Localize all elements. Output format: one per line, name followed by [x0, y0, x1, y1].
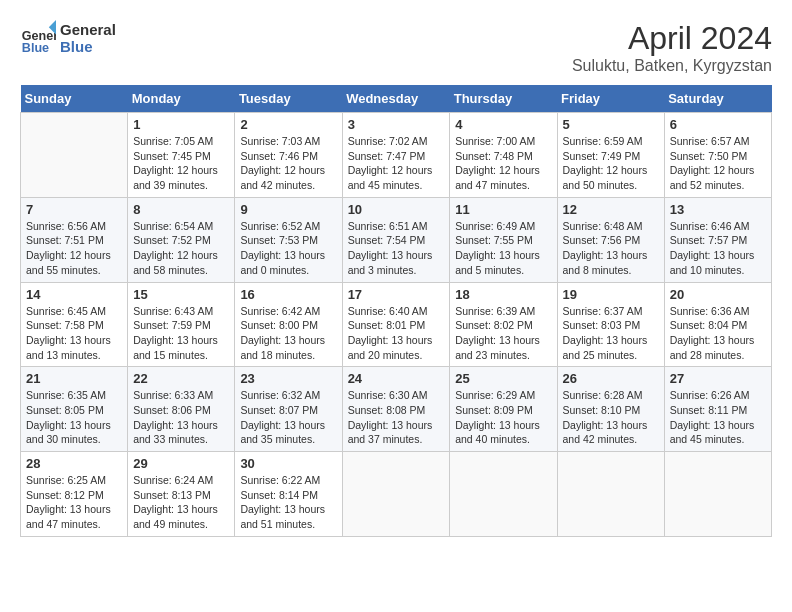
day-info: Sunrise: 6:57 AM Sunset: 7:50 PM Dayligh… [670, 134, 766, 193]
day-number: 13 [670, 202, 766, 217]
calendar-cell [21, 113, 128, 198]
daylight-text: Daylight: 13 hours and 25 minutes. [563, 334, 648, 361]
day-info: Sunrise: 6:36 AM Sunset: 8:04 PM Dayligh… [670, 304, 766, 363]
day-number: 1 [133, 117, 229, 132]
day-number: 26 [563, 371, 659, 386]
calendar-cell: 5 Sunrise: 6:59 AM Sunset: 7:49 PM Dayli… [557, 113, 664, 198]
calendar-cell: 17 Sunrise: 6:40 AM Sunset: 8:01 PM Dayl… [342, 282, 450, 367]
sunrise-text: Sunrise: 6:37 AM [563, 305, 643, 317]
day-info: Sunrise: 6:45 AM Sunset: 7:58 PM Dayligh… [26, 304, 122, 363]
sunset-text: Sunset: 7:54 PM [348, 234, 426, 246]
calendar-cell: 6 Sunrise: 6:57 AM Sunset: 7:50 PM Dayli… [664, 113, 771, 198]
calendar-cell [342, 452, 450, 537]
sunset-text: Sunset: 7:47 PM [348, 150, 426, 162]
sunrise-text: Sunrise: 7:00 AM [455, 135, 535, 147]
sunset-text: Sunset: 7:59 PM [133, 319, 211, 331]
sunset-text: Sunset: 8:00 PM [240, 319, 318, 331]
logo: General Blue General Blue [20, 20, 116, 56]
calendar-cell: 18 Sunrise: 6:39 AM Sunset: 8:02 PM Dayl… [450, 282, 557, 367]
sunset-text: Sunset: 8:13 PM [133, 489, 211, 501]
daylight-text: Daylight: 13 hours and 30 minutes. [26, 419, 111, 446]
day-info: Sunrise: 6:39 AM Sunset: 8:02 PM Dayligh… [455, 304, 551, 363]
day-info: Sunrise: 6:42 AM Sunset: 8:00 PM Dayligh… [240, 304, 336, 363]
week-row-5: 28 Sunrise: 6:25 AM Sunset: 8:12 PM Dayl… [21, 452, 772, 537]
calendar-cell [557, 452, 664, 537]
weekday-header-saturday: Saturday [664, 85, 771, 113]
calendar-cell: 29 Sunrise: 6:24 AM Sunset: 8:13 PM Dayl… [128, 452, 235, 537]
calendar-cell: 11 Sunrise: 6:49 AM Sunset: 7:55 PM Dayl… [450, 197, 557, 282]
weekday-header-thursday: Thursday [450, 85, 557, 113]
week-row-3: 14 Sunrise: 6:45 AM Sunset: 7:58 PM Dayl… [21, 282, 772, 367]
daylight-text: Daylight: 13 hours and 47 minutes. [26, 503, 111, 530]
daylight-text: Daylight: 13 hours and 18 minutes. [240, 334, 325, 361]
week-row-1: 1 Sunrise: 7:05 AM Sunset: 7:45 PM Dayli… [21, 113, 772, 198]
day-info: Sunrise: 6:40 AM Sunset: 8:01 PM Dayligh… [348, 304, 445, 363]
sunset-text: Sunset: 8:06 PM [133, 404, 211, 416]
sunrise-text: Sunrise: 6:35 AM [26, 389, 106, 401]
day-info: Sunrise: 6:24 AM Sunset: 8:13 PM Dayligh… [133, 473, 229, 532]
sunset-text: Sunset: 7:50 PM [670, 150, 748, 162]
daylight-text: Daylight: 13 hours and 5 minutes. [455, 249, 540, 276]
calendar-cell: 14 Sunrise: 6:45 AM Sunset: 7:58 PM Dayl… [21, 282, 128, 367]
daylight-text: Daylight: 13 hours and 0 minutes. [240, 249, 325, 276]
calendar-cell: 23 Sunrise: 6:32 AM Sunset: 8:07 PM Dayl… [235, 367, 342, 452]
daylight-text: Daylight: 13 hours and 10 minutes. [670, 249, 755, 276]
day-number: 21 [26, 371, 122, 386]
day-info: Sunrise: 6:48 AM Sunset: 7:56 PM Dayligh… [563, 219, 659, 278]
calendar-cell: 13 Sunrise: 6:46 AM Sunset: 7:57 PM Dayl… [664, 197, 771, 282]
sunset-text: Sunset: 7:48 PM [455, 150, 533, 162]
calendar-cell: 4 Sunrise: 7:00 AM Sunset: 7:48 PM Dayli… [450, 113, 557, 198]
sunset-text: Sunset: 8:04 PM [670, 319, 748, 331]
sunrise-text: Sunrise: 6:25 AM [26, 474, 106, 486]
sunset-text: Sunset: 7:55 PM [455, 234, 533, 246]
daylight-text: Daylight: 12 hours and 45 minutes. [348, 164, 433, 191]
sunrise-text: Sunrise: 6:29 AM [455, 389, 535, 401]
day-number: 17 [348, 287, 445, 302]
day-number: 16 [240, 287, 336, 302]
daylight-text: Daylight: 12 hours and 52 minutes. [670, 164, 755, 191]
day-info: Sunrise: 6:52 AM Sunset: 7:53 PM Dayligh… [240, 219, 336, 278]
day-number: 5 [563, 117, 659, 132]
calendar-cell: 2 Sunrise: 7:03 AM Sunset: 7:46 PM Dayli… [235, 113, 342, 198]
sunset-text: Sunset: 7:58 PM [26, 319, 104, 331]
day-number: 19 [563, 287, 659, 302]
sunset-text: Sunset: 8:08 PM [348, 404, 426, 416]
day-info: Sunrise: 6:56 AM Sunset: 7:51 PM Dayligh… [26, 219, 122, 278]
daylight-text: Daylight: 13 hours and 45 minutes. [670, 419, 755, 446]
day-info: Sunrise: 6:25 AM Sunset: 8:12 PM Dayligh… [26, 473, 122, 532]
title-block: April 2024 Suluktu, Batken, Kyrgyzstan [572, 20, 772, 75]
day-number: 8 [133, 202, 229, 217]
day-number: 23 [240, 371, 336, 386]
day-info: Sunrise: 6:59 AM Sunset: 7:49 PM Dayligh… [563, 134, 659, 193]
month-title: April 2024 [572, 20, 772, 57]
calendar-cell: 27 Sunrise: 6:26 AM Sunset: 8:11 PM Dayl… [664, 367, 771, 452]
day-info: Sunrise: 6:51 AM Sunset: 7:54 PM Dayligh… [348, 219, 445, 278]
day-number: 29 [133, 456, 229, 471]
daylight-text: Daylight: 12 hours and 39 minutes. [133, 164, 218, 191]
sunset-text: Sunset: 8:09 PM [455, 404, 533, 416]
sunrise-text: Sunrise: 6:40 AM [348, 305, 428, 317]
sunset-text: Sunset: 8:11 PM [670, 404, 748, 416]
sunset-text: Sunset: 7:51 PM [26, 234, 104, 246]
weekday-header-row: SundayMondayTuesdayWednesdayThursdayFrid… [21, 85, 772, 113]
day-info: Sunrise: 6:22 AM Sunset: 8:14 PM Dayligh… [240, 473, 336, 532]
day-number: 27 [670, 371, 766, 386]
sunrise-text: Sunrise: 6:48 AM [563, 220, 643, 232]
daylight-text: Daylight: 13 hours and 35 minutes. [240, 419, 325, 446]
weekday-header-tuesday: Tuesday [235, 85, 342, 113]
day-info: Sunrise: 6:29 AM Sunset: 8:09 PM Dayligh… [455, 388, 551, 447]
logo-icon: General Blue [20, 20, 56, 56]
day-info: Sunrise: 7:05 AM Sunset: 7:45 PM Dayligh… [133, 134, 229, 193]
daylight-text: Daylight: 13 hours and 51 minutes. [240, 503, 325, 530]
sunrise-text: Sunrise: 6:59 AM [563, 135, 643, 147]
sunrise-text: Sunrise: 6:56 AM [26, 220, 106, 232]
sunrise-text: Sunrise: 6:28 AM [563, 389, 643, 401]
day-info: Sunrise: 6:26 AM Sunset: 8:11 PM Dayligh… [670, 388, 766, 447]
calendar-cell: 1 Sunrise: 7:05 AM Sunset: 7:45 PM Dayli… [128, 113, 235, 198]
day-number: 7 [26, 202, 122, 217]
daylight-text: Daylight: 13 hours and 23 minutes. [455, 334, 540, 361]
weekday-header-monday: Monday [128, 85, 235, 113]
daylight-text: Daylight: 12 hours and 55 minutes. [26, 249, 111, 276]
day-number: 12 [563, 202, 659, 217]
sunrise-text: Sunrise: 6:45 AM [26, 305, 106, 317]
